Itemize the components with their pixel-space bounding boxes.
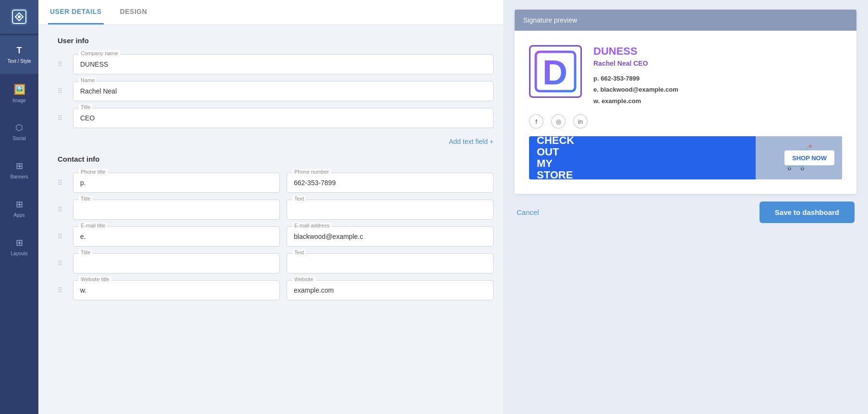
phone-number-field: Phone number xyxy=(287,173,494,193)
drag-handle-email[interactable]: ⠿ xyxy=(58,233,67,240)
drag-handle-phone[interactable]: ⠿ xyxy=(58,179,67,187)
cancel-button[interactable]: Cancel xyxy=(517,208,539,216)
banner-text: CHECK OUT MY STORE xyxy=(537,136,748,179)
drag-handle-contact1[interactable]: ⠿ xyxy=(58,206,67,213)
contact-text2-input[interactable] xyxy=(287,253,494,273)
company-name-field: Company name xyxy=(73,54,494,74)
phone-number-input[interactable] xyxy=(287,173,494,193)
website-row: ⠿ Website title Website xyxy=(58,280,494,300)
phone-number-label: Phone number xyxy=(292,169,331,175)
sig-logo: D xyxy=(529,45,582,98)
title-row: ⠿ Title xyxy=(58,108,494,128)
banner-text-area: CHECK OUT MY STORE xyxy=(529,136,756,179)
drag-handle-contact2[interactable]: ⠿ xyxy=(58,260,67,267)
sig-social: f ◎ in xyxy=(529,114,842,129)
sidebar-item-label: Text / Style xyxy=(8,59,31,64)
website-input[interactable] xyxy=(287,280,494,300)
instagram-icon[interactable]: ◎ xyxy=(551,114,566,129)
phone-title-field: Phone title xyxy=(73,173,280,193)
svg-text:D: D xyxy=(542,53,567,92)
sig-website: w. example.com xyxy=(593,95,842,106)
drag-handle-website[interactable]: ⠿ xyxy=(58,286,67,294)
banners-icon: ⊞ xyxy=(16,161,23,171)
phone-title-label: Phone title xyxy=(79,169,108,175)
company-name-label: Company name xyxy=(79,50,120,56)
contact-title2-input[interactable] xyxy=(73,253,280,273)
signature-preview-box: Signature preview xyxy=(515,10,856,194)
add-text-field-area: Add text field + xyxy=(58,135,494,155)
contact-text2-label: Text xyxy=(292,249,306,255)
phone-row: ⠿ Phone title Phone number xyxy=(58,173,494,193)
social-icon: ⬡ xyxy=(15,122,23,133)
phone-title-input[interactable] xyxy=(73,173,280,193)
contact-info-title: Contact info xyxy=(58,155,494,163)
title-field: Title xyxy=(73,108,494,128)
linkedin-icon[interactable]: in xyxy=(573,114,588,129)
sidebar-item-layouts[interactable]: ⊞ Layouts xyxy=(0,227,38,266)
name-row: ⠿ Name xyxy=(58,81,494,101)
name-input[interactable] xyxy=(73,81,494,101)
sidebar-item-label: Social xyxy=(12,136,25,141)
email-address-input[interactable] xyxy=(287,226,494,247)
sidebar-item-text-style[interactable]: T Text / Style xyxy=(0,35,38,74)
website-label: Website xyxy=(292,276,315,282)
user-info-title: User info xyxy=(58,36,494,45)
drag-handle-company[interactable]: ⠿ xyxy=(58,60,67,68)
preview-content: D DUNESS Rachel Neal CEO p. 662-353-7899… xyxy=(515,31,856,194)
svg-point-2 xyxy=(18,15,21,18)
email-title-label: E-mail title xyxy=(79,223,107,228)
company-name-row: ⠿ Company name xyxy=(58,54,494,74)
sig-phone: p. 662-353-7899 xyxy=(593,73,842,84)
add-text-field-button[interactable]: Add text field + xyxy=(449,138,494,145)
shop-now-button[interactable]: SHOP NOW xyxy=(784,151,834,166)
email-title-input[interactable] xyxy=(73,226,280,247)
contact-text1-input[interactable] xyxy=(287,200,494,220)
tab-design[interactable]: DESIGN xyxy=(118,0,149,24)
contact-text1-label: Text xyxy=(292,196,306,201)
preview-actions: Cancel Save to dashboard xyxy=(515,201,856,223)
title-input[interactable] xyxy=(73,108,494,128)
website-title-input[interactable] xyxy=(73,280,280,300)
sidebar-item-label: Image xyxy=(12,98,26,103)
contact-title1-label: Title xyxy=(79,196,92,201)
website-title-field: Website title xyxy=(73,280,280,300)
main-panel: USER DETAILS DESIGN User info ⠿ Company … xyxy=(38,0,503,414)
title-label: Title xyxy=(79,104,92,110)
text-style-icon: T xyxy=(17,46,22,56)
sidebar: T Text / Style 🖼️ Image ⬡ Social ⊞ Banne… xyxy=(0,0,38,414)
drag-handle-title[interactable]: ⠿ xyxy=(58,114,67,122)
sidebar-item-apps[interactable]: ⊞ Apps xyxy=(0,189,38,227)
sig-company: DUNESS xyxy=(593,45,842,58)
name-label: Name xyxy=(79,77,96,83)
sig-name: Rachel Neal CEO xyxy=(593,59,842,67)
apps-icon: ⊞ xyxy=(16,199,23,210)
contact-title1-input[interactable] xyxy=(73,200,280,220)
website-field: Website xyxy=(287,280,494,300)
preview-panel: Signature preview xyxy=(503,0,868,414)
contact-title2-label: Title xyxy=(79,249,92,255)
image-icon: 🖼️ xyxy=(13,83,25,95)
contact-row1: ⠿ Title Text xyxy=(58,200,494,220)
email-title-field: E-mail title xyxy=(73,226,280,247)
form-area: User info ⠿ Company name ⠿ Name ⠿ Title … xyxy=(38,25,503,414)
facebook-icon[interactable]: f xyxy=(529,114,543,129)
company-name-input[interactable] xyxy=(73,54,494,74)
sig-info: DUNESS Rachel Neal CEO p. 662-353-7899 e… xyxy=(593,45,842,106)
contact-title1-field: Title xyxy=(73,200,280,220)
email-address-field: E-mail address xyxy=(287,226,494,247)
sidebar-item-image[interactable]: 🖼️ Image xyxy=(0,74,38,112)
contact-text2-field: Text xyxy=(287,253,494,273)
sidebar-item-label: Banners xyxy=(10,174,28,179)
sidebar-item-banners[interactable]: ⊞ Banners xyxy=(0,151,38,189)
contact-row2: ⠿ Title Text xyxy=(58,253,494,273)
email-address-label: E-mail address xyxy=(292,223,331,228)
name-field: Name xyxy=(73,81,494,101)
sig-contact: p. 662-353-7899 e. blackwood@example.com… xyxy=(593,73,842,106)
drag-handle-name[interactable]: ⠿ xyxy=(58,87,67,95)
email-row: ⠿ E-mail title E-mail address xyxy=(58,226,494,247)
save-to-dashboard-button[interactable]: Save to dashboard xyxy=(760,201,855,223)
tab-user-details[interactable]: USER DETAILS xyxy=(48,0,104,24)
sidebar-item-social[interactable]: ⬡ Social xyxy=(0,112,38,151)
app-logo xyxy=(0,0,38,34)
layouts-icon: ⊞ xyxy=(16,237,23,248)
